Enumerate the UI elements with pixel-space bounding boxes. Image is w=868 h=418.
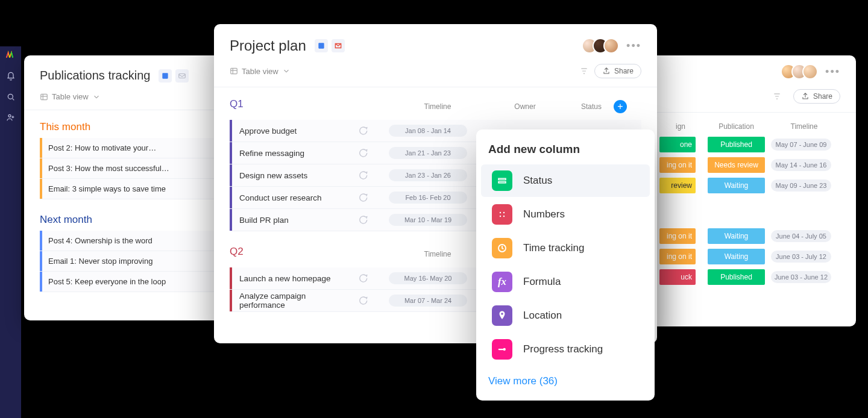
status-publication[interactable]: Published [708, 137, 765, 152]
timeline-pill: May 14 - June 16 [771, 159, 831, 171]
view-switcher[interactable]: Table view [230, 67, 291, 76]
share-label: Share [614, 67, 634, 75]
item-title: Refine messaging [232, 149, 357, 158]
view-more-link[interactable]: View more (36) [476, 367, 655, 387]
list-item[interactable]: ing on it Waiting June 03 - July 12 [659, 246, 840, 267]
column-type-label: Status [523, 175, 552, 187]
list-item[interactable]: uck Published June 03 - June 12 [659, 267, 840, 287]
group-title[interactable]: Q2 [230, 246, 386, 258]
status-design[interactable]: review [659, 178, 696, 193]
timeline-pill: June 04 - July 05 [771, 230, 831, 242]
chat-icon[interactable] [357, 170, 377, 181]
add-column-popover: Add new column Status Numbers Time track… [476, 129, 655, 401]
view-label: Table view [52, 92, 89, 101]
status-publication[interactable]: Published [708, 269, 765, 285]
chat-icon[interactable] [357, 148, 377, 158]
more-icon[interactable]: ••• [825, 66, 840, 78]
svg-point-0 [8, 94, 13, 99]
view-switcher[interactable]: Table view [40, 92, 101, 101]
svg-rect-7 [498, 178, 506, 179]
svg-point-15 [504, 349, 505, 350]
column-type-option[interactable]: Numbers [481, 198, 650, 231]
timeline-pill: Jan 21 - Jan 23 [389, 147, 467, 159]
timeline-pill: Feb 16- Feb 20 [389, 192, 467, 204]
filter-icon[interactable] [580, 67, 588, 75]
item-title: Conduct user research [232, 193, 357, 202]
people-icon[interactable] [6, 113, 16, 122]
list-item[interactable]: one Published May 07 - June 09 [659, 134, 840, 155]
status-design[interactable]: one [659, 137, 696, 152]
item-title: Build PR plan [232, 216, 357, 225]
svg-point-14 [501, 313, 503, 314]
filter-icon[interactable] [773, 92, 781, 101]
list-item[interactable]: review Waiting May 09 - June 23 [659, 175, 840, 196]
timeline-pill: May 16- May 20 [389, 272, 467, 284]
column-type-label: Time tracking [523, 242, 584, 254]
column-type-icon [492, 339, 512, 360]
chat-icon[interactable] [357, 273, 377, 284]
popover-title: Add new column [476, 138, 655, 163]
column-type-option[interactable]: Time tracking [481, 232, 650, 264]
timeline-pill: Mar 07 - Mar 24 [389, 295, 467, 307]
timeline-pill: Jan 08 - Jan 14 [389, 125, 467, 137]
mail-icon[interactable] [175, 69, 189, 83]
svg-point-12 [503, 216, 505, 217]
share-button[interactable]: Share [793, 89, 840, 104]
chat-icon[interactable] [357, 192, 377, 203]
group-title[interactable]: Q1 [230, 98, 386, 110]
status-publication[interactable]: Waiting [708, 178, 765, 193]
chat-icon[interactable] [357, 214, 377, 225]
status-design[interactable]: ing on it [659, 228, 696, 244]
svg-rect-4 [41, 94, 48, 99]
integration-icon[interactable] [315, 39, 328, 52]
timeline-pill: Jan 23 - Jan 26 [389, 169, 467, 181]
search-icon[interactable] [6, 92, 16, 102]
group-title[interactable]: Next month [40, 214, 92, 226]
member-avatars[interactable] [785, 64, 818, 80]
logo-icon[interactable] [5, 50, 16, 61]
column-type-label: Numbers [523, 208, 565, 220]
group-title[interactable]: This month [40, 121, 90, 133]
board-title: Project plan [230, 37, 306, 54]
status-publication[interactable]: Waiting [708, 249, 765, 264]
column-type-option[interactable]: Location [481, 299, 650, 332]
timeline-pill: Mar 10 - Mar 19 [389, 214, 467, 226]
svg-point-1 [8, 114, 11, 117]
status-design[interactable]: ing on it [659, 157, 696, 173]
column-type-icon: fx [492, 272, 512, 292]
more-icon[interactable]: ••• [626, 40, 641, 52]
sub-toolbar: Table view Share [214, 59, 657, 87]
member-avatars[interactable] [587, 38, 619, 54]
chat-icon[interactable] [357, 125, 377, 136]
item-title: Design new assets [232, 171, 357, 180]
column-type-label: Location [523, 310, 562, 322]
chat-icon[interactable] [357, 295, 377, 306]
share-label: Share [813, 92, 832, 101]
timeline-pill: June 03 - July 12 [771, 251, 831, 263]
column-type-option[interactable]: Progress tracking [481, 333, 650, 366]
timeline-pill: May 07 - June 09 [771, 139, 831, 151]
integration-icon[interactable] [159, 69, 172, 83]
col-header-timeline: Timeline [386, 250, 489, 258]
list-item[interactable]: ing on it Waiting June 04 - July 05 [659, 226, 840, 246]
list-item[interactable]: ing on it Needs review May 14 - June 16 [659, 155, 840, 175]
column-type-icon [492, 170, 512, 191]
gmail-icon[interactable] [332, 39, 345, 52]
column-type-icon [492, 238, 512, 258]
add-column-button[interactable]: + [614, 100, 627, 113]
svg-point-11 [500, 216, 501, 217]
status-design[interactable]: ing on it [659, 249, 696, 264]
timeline-pill: June 03 - June 12 [771, 271, 831, 283]
col-header-publication: Publication [708, 122, 765, 131]
status-design[interactable]: uck [659, 269, 696, 285]
status-publication[interactable]: Needs review [708, 157, 765, 173]
item-title: Analyze campaign performance [232, 292, 357, 310]
column-type-option[interactable]: fx Formula [481, 266, 650, 298]
share-button[interactable]: Share [594, 64, 641, 78]
column-type-label: Progress tracking [523, 343, 603, 355]
status-publication[interactable]: Waiting [708, 228, 765, 244]
bell-icon[interactable] [6, 72, 16, 81]
column-type-icon [492, 204, 512, 225]
col-header-status: Status [561, 102, 621, 111]
column-type-option[interactable]: Status [481, 164, 650, 197]
